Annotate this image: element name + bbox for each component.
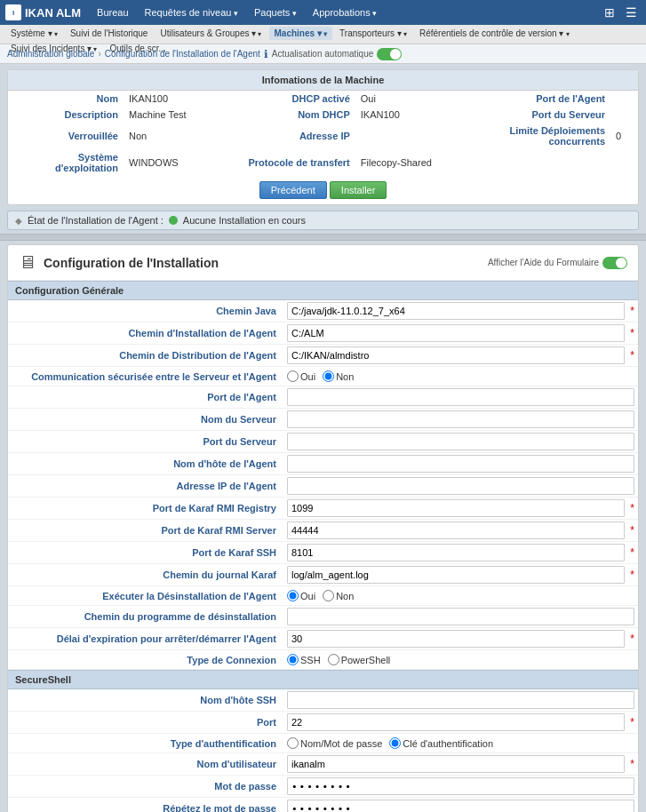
form-row-ssh-hostname: Nom d'hôte SSH — [8, 689, 638, 712]
input-password[interactable] — [287, 777, 634, 795]
ssh-section-header: SecureShell — [8, 670, 638, 689]
radio-oui[interactable] — [287, 370, 299, 382]
form-row-delai-agent: Délai d'expiration pour arrêter/démarrer… — [8, 628, 638, 650]
input-karaf-rmi-srv[interactable] — [287, 521, 625, 539]
nav-referentiels[interactable]: Référentiels de contrôle de version ▾ — [414, 27, 575, 40]
input-karaf-ssh[interactable] — [287, 544, 625, 561]
breadcrumb-config[interactable]: Configuration de l'Installation de l'Age… — [105, 49, 260, 59]
label-secure-comm: Communication sécurisée entre le Serveur… — [8, 369, 283, 385]
radio-cle-auth[interactable] — [389, 737, 401, 749]
radio-desinstall-oui[interactable] — [287, 590, 299, 601]
nav-utilisateurs[interactable]: Utilisateurs & Groupes ▾ — [155, 27, 267, 40]
form-row-ip-agent: Adresse IP de l'Agent — [8, 475, 638, 498]
field-chemin-java: * — [283, 300, 638, 322]
nav-paquets[interactable]: Paquets — [247, 4, 304, 20]
input-username[interactable] — [287, 755, 625, 773]
radio-non[interactable] — [323, 370, 334, 382]
field-install-path: * — [283, 322, 638, 344]
form-row-install-path: Chemin d'Installation de l'Agent * — [8, 322, 638, 345]
radio-powershell[interactable] — [328, 654, 339, 665]
status-text: Aucune Installation en cours — [183, 215, 306, 226]
radio-desinstall-oui-label[interactable]: Oui — [287, 590, 315, 601]
val-port-serv — [610, 107, 638, 123]
radio-nom-mot-passe[interactable] — [287, 737, 299, 749]
input-repeat-pwd[interactable] — [287, 800, 634, 812]
input-port-agent[interactable] — [287, 388, 634, 406]
grid-icon[interactable]: ⊞ — [601, 4, 618, 21]
radio-key-label[interactable]: Clé d'authentification — [389, 737, 493, 749]
field-auth-type: Nom/Mot de passe Clé d'authentification — [283, 736, 638, 751]
label-port-serveur: Port du Serveur — [8, 434, 283, 450]
input-distrib-path[interactable] — [287, 346, 625, 364]
label-port-agent-form: Port de l'Agent — [8, 389, 283, 405]
auto-update-label: Actualisation automatique — [272, 49, 374, 59]
input-hostname-agent[interactable] — [287, 455, 634, 473]
second-nav: Système ▾ Suivi de l'Historique Utilisat… — [0, 25, 646, 44]
radio-ssh[interactable] — [287, 654, 299, 665]
field-hostname-agent — [283, 453, 638, 474]
req-delai-agent: * — [630, 633, 634, 645]
input-journal-karaf[interactable] — [287, 566, 625, 584]
nav-systeme[interactable]: Système ▾ — [5, 27, 63, 40]
status-icon-small: ◆ — [15, 216, 22, 226]
nav-bureau[interactable]: Bureau — [90, 4, 135, 20]
input-chemin-java[interactable] — [287, 302, 625, 320]
form-card-header: 🖥 Configuration de l'Installation Affich… — [8, 245, 638, 281]
label-port-serv: Port du Serveur — [495, 107, 610, 123]
form-row-password: Mot de passe — [8, 776, 638, 798]
install-button[interactable]: Installer — [330, 181, 387, 199]
label-dhcp: DHCP activé — [240, 91, 355, 107]
radio-non-label[interactable]: Non — [323, 370, 354, 382]
form-row-port-agent: Port de l'Agent — [8, 386, 638, 409]
radio-powershell-label[interactable]: PowerShell — [328, 654, 391, 665]
list-icon[interactable]: ☰ — [622, 4, 641, 21]
field-karaf-rmi-reg: * — [283, 498, 638, 519]
table-row: Description Machine Test Nom DHCP IKAN10… — [8, 107, 638, 123]
form-row-journal-karaf: Chemin du journal Karaf * — [8, 564, 638, 586]
breadcrumb-admin[interactable]: Administration globale — [7, 49, 94, 59]
input-ip-agent[interactable] — [287, 477, 634, 495]
label-journal-karaf: Chemin du journal Karaf — [8, 567, 283, 583]
req-karaf-ssh: * — [630, 546, 634, 559]
nav-transporteurs[interactable]: Transporteurs ▾ — [334, 27, 412, 40]
nav-requetes[interactable]: Requêtes de niveau — [138, 4, 245, 20]
machine-btn-row: Précédent Installer — [8, 176, 638, 204]
input-ssh-hostname[interactable] — [287, 691, 634, 709]
nav-machines[interactable]: Machines ▾ — [269, 27, 333, 40]
help-toggle-switch[interactable] — [602, 257, 627, 269]
input-karaf-rmi-reg[interactable] — [287, 499, 625, 517]
help-toggle-label: Afficher l'Aide du Formulaire — [488, 258, 599, 267]
required-install-path: * — [630, 327, 634, 339]
radio-pwd-label[interactable]: Nom/Mot de passe — [287, 737, 382, 749]
field-delai-agent: * — [283, 628, 638, 649]
nav-historique[interactable]: Suivi de l'Historique — [65, 27, 154, 40]
radio-desinstall-non-label[interactable]: Non — [323, 590, 354, 601]
label-desc: Description — [8, 107, 124, 123]
radio-oui-label[interactable]: Oui — [287, 370, 315, 382]
req-karaf-rmi-srv: * — [630, 524, 634, 537]
input-install-path[interactable] — [287, 324, 625, 342]
input-delai-agent[interactable] — [287, 630, 625, 648]
input-ssh-port[interactable] — [287, 713, 625, 731]
field-ssh-port: * — [283, 712, 638, 733]
label-ssh-hostname: Nom d'hôte SSH — [8, 692, 283, 708]
status-dot — [169, 216, 178, 225]
label-nom-dhcp: Nom DHCP — [240, 107, 355, 123]
label-verrouilee: Verrouillée — [8, 123, 124, 149]
radio-desinstall-non[interactable] — [323, 590, 334, 601]
label-karaf-rmi-srv: Port de Karaf RMI Server — [8, 522, 283, 538]
label-ip-agent: Adresse IP de l'Agent — [8, 478, 283, 494]
val-dhcp: Oui — [355, 91, 495, 107]
nav-approbations[interactable]: Approbations — [306, 4, 384, 20]
radio-ssh-label[interactable]: SSH — [287, 654, 321, 665]
auto-update-toggle[interactable] — [377, 48, 402, 60]
label-desinstall: Exécuter la Désinstallation de l'Agent — [8, 588, 283, 604]
input-port-serveur[interactable] — [287, 433, 634, 450]
input-nom-serveur[interactable] — [287, 410, 634, 428]
label-limite: Limite Déploiements concurrents — [495, 123, 610, 149]
input-desinstall-path[interactable] — [287, 608, 634, 625]
field-ip-agent — [283, 475, 638, 497]
prev-button[interactable]: Précédent — [259, 181, 327, 199]
form-row-ssh-port: Port * — [8, 712, 638, 734]
required-chemin-java: * — [630, 305, 634, 317]
